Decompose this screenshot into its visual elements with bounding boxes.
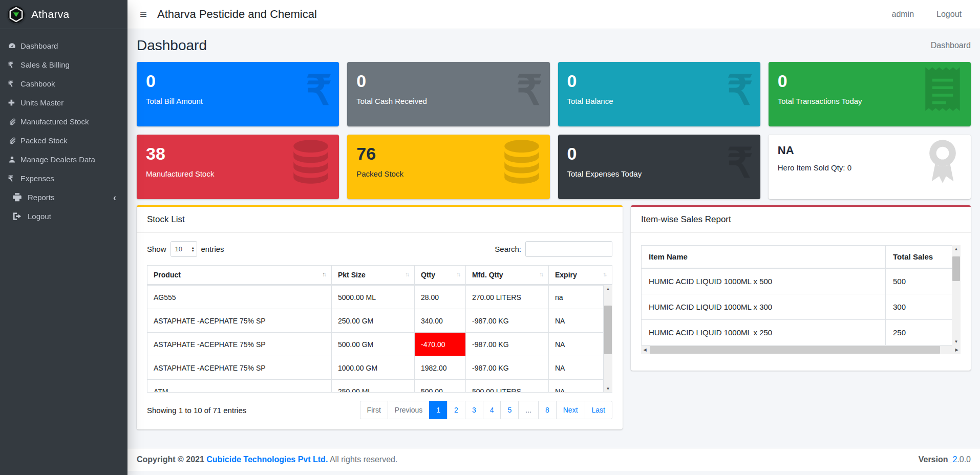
- entries-label: entries: [201, 245, 224, 253]
- sidebar-item-label: Packed Stock: [20, 136, 68, 145]
- col-header-pkt-size[interactable]: ↑↓Pkt Size: [332, 266, 415, 285]
- col-header-qtty[interactable]: ↑↓Qtty: [415, 266, 466, 285]
- card-total-transactions-today: 0 Total Transactions Today: [769, 62, 971, 126]
- logout-link[interactable]: Logout: [936, 10, 962, 19]
- col-header-expiry[interactable]: ↑↓Expiry: [549, 266, 612, 285]
- sort-icon: ↑↓: [403, 271, 408, 278]
- card-hero-item: NA Hero Item Sold Qty: 0: [769, 135, 971, 199]
- card-value: 0: [567, 72, 751, 90]
- pagination-page-8[interactable]: 8: [538, 401, 557, 419]
- col-header-total-sales[interactable]: Total Sales: [886, 246, 952, 269]
- sidebar-item-manufactured-stock[interactable]: Manufactured Stock: [0, 112, 127, 131]
- user-icon: [8, 156, 20, 163]
- table-row: ASTAPHATE -ACEPHATE 75% SP1000.00 GM 198…: [147, 356, 604, 380]
- search-input[interactable]: [525, 241, 612, 257]
- pagination-first[interactable]: First: [360, 401, 388, 419]
- sort-icon: ↑↓: [601, 271, 606, 278]
- card-label: Total Expenses Today: [567, 169, 751, 178]
- hamburger-icon[interactable]: ≡: [140, 8, 147, 20]
- sidebar-item-label: Logout: [28, 212, 51, 221]
- sidebar-item-label: Reports: [28, 193, 55, 202]
- scroll-down-icon[interactable]: ▼: [952, 338, 961, 346]
- col-header-product[interactable]: ↑↓Product: [147, 266, 332, 285]
- scroll-left-icon[interactable]: ◀: [641, 346, 649, 354]
- pagination-last[interactable]: Last: [585, 401, 612, 419]
- copyright-text: Copyright © 2021 Cubicide Technologies P…: [137, 455, 397, 464]
- sidebar-item-label: Units Master: [20, 98, 63, 107]
- scroll-right-icon[interactable]: ▶: [953, 346, 961, 354]
- sidebar-item-dashboard[interactable]: Dashboard: [0, 36, 127, 55]
- scrollbar-thumb[interactable]: [952, 256, 960, 281]
- scrollbar-thumb[interactable]: [604, 306, 612, 354]
- database-icon: [501, 139, 543, 187]
- stock-list-title: Stock List: [137, 207, 623, 233]
- table-row: ATM250.00 ML 500.00500.00 LITERS NA: [147, 380, 604, 393]
- company-link[interactable]: Cubicide Technologies Pvt Ltd.: [206, 455, 328, 464]
- card-total-expenses-today: 0 Total Expenses Today ₹: [558, 135, 760, 199]
- pagination-page-4[interactable]: 4: [483, 401, 501, 419]
- scroll-down-icon[interactable]: ▼: [604, 385, 612, 393]
- sidebar-item-manage-dealers[interactable]: Manage Dealers Data: [0, 150, 127, 169]
- brand-name: Atharva: [31, 8, 69, 20]
- card-total-cash-received: 0 Total Cash Received ₹: [347, 62, 549, 126]
- col-header-item-name[interactable]: Item Name: [642, 246, 886, 269]
- sidebar-item-cashbook[interactable]: ₹ Cashbook: [0, 74, 127, 93]
- sales-report-panel: Item-wise Sales Report Item Name Total S…: [631, 205, 971, 371]
- sidebar-item-logout[interactable]: Logout: [0, 207, 127, 226]
- pagination-ellipsis: ...: [518, 401, 539, 419]
- pagination-page-1[interactable]: 1: [429, 401, 448, 419]
- card-total-balance: 0 Total Balance ₹: [558, 62, 760, 126]
- pagination-page-3[interactable]: 3: [465, 401, 483, 419]
- scrollbar-thumb[interactable]: [650, 346, 940, 354]
- pagination-page-2[interactable]: 2: [447, 401, 465, 419]
- rupee-icon: ₹: [8, 174, 20, 183]
- brand-link[interactable]: Atharva: [0, 0, 127, 29]
- scroll-up-icon[interactable]: ▲: [952, 245, 961, 253]
- negative-qtty-cell: -470.00: [415, 333, 466, 356]
- sort-icon: ↑↓: [454, 271, 459, 278]
- card-label: Total Balance: [567, 97, 751, 105]
- pagination-page-5[interactable]: 5: [500, 401, 519, 419]
- rupee-icon: ₹: [517, 70, 543, 111]
- pagination-next[interactable]: Next: [556, 401, 585, 419]
- sidebar-item-label: Manufactured Stock: [20, 117, 89, 126]
- rupee-icon: ₹: [727, 70, 753, 111]
- card-value: 0: [356, 72, 540, 90]
- vertical-scrollbar[interactable]: ▲ ▼: [952, 245, 961, 346]
- sidebar-item-expenses[interactable]: ₹ Expenses: [0, 169, 127, 188]
- footer: Copyright © 2021 Cubicide Technologies P…: [127, 448, 980, 471]
- sidebar-nav: Dashboard ₹ Sales & Billing ₹ Cashbook ✚…: [0, 29, 127, 226]
- receipt-icon: [922, 66, 964, 114]
- show-label: Show: [147, 245, 166, 253]
- scroll-up-icon[interactable]: ▲: [604, 285, 612, 293]
- sales-table-wrap: Item Name Total Sales HUMIC ACID LIQUID …: [641, 245, 961, 346]
- entries-summary: Showing 1 to 10 of 71 entries: [147, 406, 246, 415]
- search-label: Search:: [495, 245, 521, 253]
- sidebar-item-label: Dashboard: [20, 41, 58, 50]
- horizontal-scrollbar[interactable]: ◀ ▶: [641, 346, 961, 354]
- user-menu-link[interactable]: admin: [891, 10, 914, 19]
- sidebar-item-packed-stock[interactable]: Packed Stock: [0, 131, 127, 150]
- sidebar-item-sales-billing[interactable]: ₹ Sales & Billing: [0, 55, 127, 74]
- rupee-icon: ₹: [8, 79, 20, 89]
- breadcrumb: Dashboard: [931, 41, 971, 50]
- app-title: Atharva Pesticide and Chemical: [157, 8, 317, 21]
- page-size-select[interactable]: 10: [171, 241, 197, 257]
- sidebar-item-units-master[interactable]: ✚ Units Master: [0, 93, 127, 112]
- sidebar-item-label: Manage Dealers Data: [20, 155, 95, 164]
- table-row: AG5555000.00 ML 28.00270.00 LITERS na: [147, 286, 604, 309]
- sidebar-item-label: Cashbook: [20, 79, 55, 88]
- version-text: Version_2.0.0: [919, 455, 971, 464]
- sidebar: Atharva Dashboard ₹ Sales & Billing ₹ Ca…: [0, 0, 127, 475]
- sort-icon: ↑↓: [320, 271, 325, 278]
- plus-icon: ✚: [8, 98, 20, 107]
- sidebar-item-reports[interactable]: Reports ‹: [0, 188, 127, 207]
- sort-icon: ↑↓: [537, 271, 542, 278]
- card-label: Total Cash Received: [356, 97, 540, 105]
- col-header-mfd-qtty[interactable]: ↑↓Mfd. Qtty: [466, 266, 549, 285]
- table-row: HUMIC ACID LIQUID 1000ML x 500500: [642, 268, 952, 294]
- chevron-left-icon: ‹: [113, 193, 119, 202]
- award-icon: [922, 139, 964, 187]
- pagination-previous[interactable]: Previous: [388, 401, 430, 419]
- vertical-scrollbar[interactable]: ▲ ▼: [604, 285, 612, 393]
